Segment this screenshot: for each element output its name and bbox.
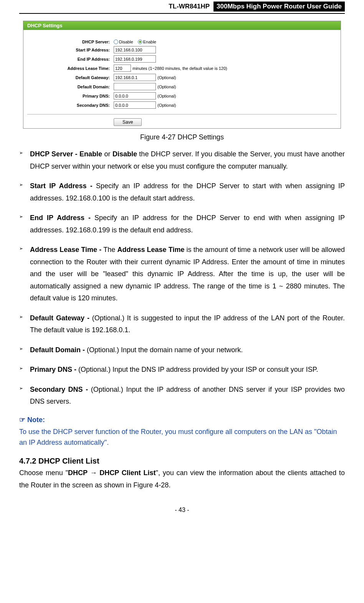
dhcp-settings-panel: DHCP Settings DHCP Server: Disable Enabl… (23, 21, 341, 129)
label-dhcp-server: DHCP Server: (23, 40, 114, 44)
input-gateway[interactable] (114, 74, 156, 81)
input-secondary-dns[interactable] (114, 101, 156, 109)
list-item: DHCP Server - Enable or Disable the DHCP… (19, 148, 345, 172)
note-label: Note: (25, 416, 45, 424)
radio-enable[interactable]: Enable (138, 40, 156, 44)
section-heading: 4.7.2 DHCP Client List (19, 457, 345, 466)
item-bold: Default Gateway - (30, 314, 92, 322)
doc-header: TL-WR841HP 300Mbps High Power Router Use… (19, 0, 345, 14)
label-domain: Default Domain: (23, 84, 114, 89)
item-bold: End IP Address - (30, 214, 94, 222)
input-domain[interactable] (114, 83, 156, 90)
item-bold: DHCP Server - Enable (30, 150, 102, 158)
note-body: To use the DHCP server function of the R… (19, 426, 345, 449)
label-secondary-dns: Secondary DNS: (23, 103, 114, 108)
row-gateway: Default Gateway: (Optional) (23, 74, 341, 81)
radio-icon (138, 40, 142, 44)
item-bold: Start IP Address - (30, 182, 96, 190)
lease-suffix: minutes (1~2880 minutes, the default val… (132, 66, 227, 71)
row-lease-time: Address Lease Time: minutes (1~2880 minu… (23, 65, 341, 72)
divider (27, 114, 337, 114)
list-item: Secondary DNS - (Optional.) Input the IP… (19, 384, 345, 408)
save-button[interactable]: Save (114, 118, 142, 126)
radio-disable[interactable]: Disable (114, 40, 133, 44)
gateway-optional: (Optional) (157, 75, 176, 80)
row-end-ip: End IP Address: (23, 55, 341, 63)
item-bold: Disable (113, 150, 137, 158)
label-primary-dns: Primary DNS: (23, 94, 114, 98)
label-lease-time: Address Lease Time: (23, 66, 114, 71)
pointing-hand-icon: ☞ (19, 416, 25, 424)
row-dhcp-server: DHCP Server: Disable Enable (23, 40, 341, 44)
list-item: Default Gateway - (Optional.) It is sugg… (19, 312, 345, 336)
figure-caption: Figure 4-27 DHCP Settings (19, 133, 345, 141)
description-list: DHCP Server - Enable or Disable the DHCP… (19, 148, 345, 408)
item-bold: Address Lease Time (117, 246, 184, 253)
guide-title: 300Mbps High Power Router User Guide (213, 2, 345, 12)
input-end-ip[interactable] (114, 55, 156, 63)
section-text: Choose menu "DHCP → DHCP Client List", y… (19, 467, 345, 491)
item-bold: Primary DNS - (30, 366, 78, 373)
panel-title: DHCP Settings (23, 21, 341, 30)
input-lease-time[interactable] (114, 65, 131, 72)
label-end-ip: End IP Address: (23, 57, 114, 61)
row-secondary-dns: Secondary DNS: (Optional) (23, 101, 341, 109)
label-start-ip: Start IP Address: (23, 48, 114, 52)
secondary-dns-optional: (Optional) (157, 103, 176, 108)
primary-dns-optional: (Optional) (157, 94, 176, 98)
list-item: Address Lease Time - The Address Lease T… (19, 244, 345, 305)
list-item: Default Domain - (Optional.) Input the d… (19, 344, 345, 356)
row-start-ip: Start IP Address: (23, 46, 341, 53)
radio-enable-label: Enable (143, 40, 156, 44)
list-item: End IP Address - Specify an IP address f… (19, 212, 345, 236)
radio-disable-label: Disable (119, 40, 133, 44)
item-bold: Address Lease Time - (30, 246, 103, 253)
list-item: Primary DNS - (Optional.) Input the DNS … (19, 364, 345, 376)
input-start-ip[interactable] (114, 46, 156, 53)
list-item: Start IP Address - Specify an IP address… (19, 180, 345, 204)
item-bold: Secondary DNS - (30, 386, 91, 393)
panel-body: DHCP Server: Disable Enable Start IP Add… (23, 30, 341, 128)
row-domain: Default Domain: (Optional) (23, 83, 341, 90)
menu-path: DHCP → DHCP Client List (68, 469, 156, 477)
label-gateway: Default Gateway: (23, 75, 114, 80)
radio-icon (114, 40, 118, 44)
model-number: TL-WR841HP (166, 2, 212, 11)
note-header: ☞ Note: (19, 416, 345, 424)
row-primary-dns: Primary DNS: (Optional) (23, 92, 341, 99)
domain-optional: (Optional) (157, 84, 176, 89)
page-number: - 43 - (19, 507, 345, 514)
input-primary-dns[interactable] (114, 92, 156, 99)
item-bold: Default Domain - (30, 346, 87, 354)
